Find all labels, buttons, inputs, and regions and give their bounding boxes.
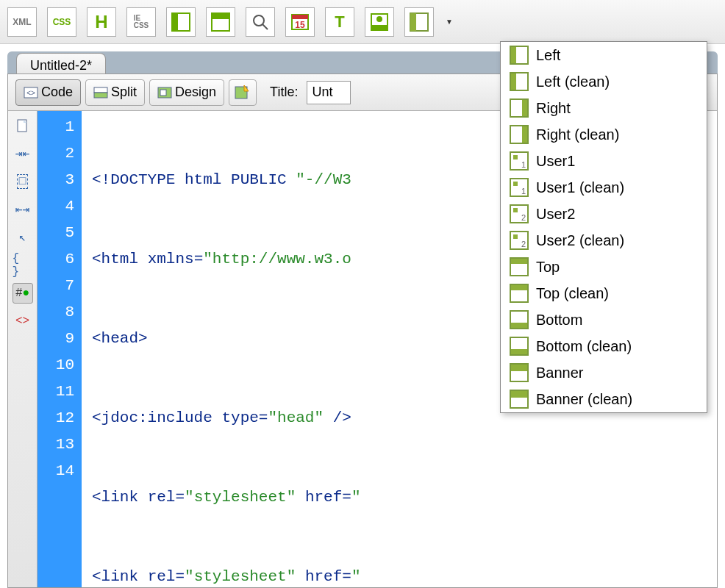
zoom-button[interactable] xyxy=(246,7,275,37)
braces-tool[interactable]: { } xyxy=(12,255,33,276)
left-position-icon xyxy=(510,46,529,65)
dropdown-item-label: User1 (clean) xyxy=(536,179,624,196)
user2-position-icon: 2 xyxy=(510,204,529,223)
top-position-icon xyxy=(510,284,529,303)
top-position-icon xyxy=(510,257,529,276)
svg-rect-3 xyxy=(212,13,229,19)
css-button[interactable]: CSS xyxy=(47,7,76,37)
new-doc-tool[interactable] xyxy=(12,115,33,136)
code-view-label: Code xyxy=(41,85,73,100)
text-button[interactable]: T xyxy=(325,7,354,37)
svg-rect-7 xyxy=(292,15,308,19)
svg-rect-1 xyxy=(172,13,178,31)
title-label: Title: xyxy=(270,85,298,100)
panel-button[interactable] xyxy=(206,7,235,37)
dropdown-item-label: User2 xyxy=(536,206,575,223)
image-button[interactable] xyxy=(365,7,394,37)
format-tool[interactable]: <> xyxy=(12,311,33,331)
expand-tool[interactable]: ⇤⇥ xyxy=(12,199,33,220)
split-view-button[interactable]: Split xyxy=(85,79,145,106)
calendar-button[interactable]: 15 xyxy=(285,7,315,37)
split-icon xyxy=(93,85,108,100)
design-view-button[interactable]: Design xyxy=(149,79,224,106)
user1-position-icon: 1 xyxy=(510,151,529,171)
dropdown-item-label: Bottom (clean) xyxy=(536,338,632,355)
dropdown-item-label: Bottom xyxy=(536,312,582,329)
bottom-position-icon xyxy=(510,337,529,356)
hash-tool[interactable]: #● xyxy=(12,283,33,304)
line-gutter: 1234567891011121314 xyxy=(38,111,82,587)
dropdown-item-banner-clean-[interactable]: Banner (clean) xyxy=(501,386,707,412)
svg-point-10 xyxy=(376,16,382,22)
split-view-label: Split xyxy=(111,85,137,100)
title-input[interactable] xyxy=(307,81,351,104)
dropdown-item-top-clean-[interactable]: Top (clean) xyxy=(501,280,707,306)
svg-rect-19 xyxy=(160,90,166,96)
dropdown-item-label: Right (clean) xyxy=(536,126,619,143)
dropdown-item-user1-clean-[interactable]: 1User1 (clean) xyxy=(501,174,707,201)
dropdown-item-label: Right xyxy=(536,100,571,117)
dropdown-item-label: Left xyxy=(536,47,560,64)
dropdown-item-banner[interactable]: Banner xyxy=(501,359,707,386)
dropdown-item-label: User2 (clean) xyxy=(536,232,624,249)
svg-rect-11 xyxy=(371,25,388,30)
code-view-button[interactable]: <> Code xyxy=(15,79,81,106)
svg-rect-16 xyxy=(94,87,107,93)
svg-line-5 xyxy=(262,24,268,29)
dropdown-item-left[interactable]: Left xyxy=(501,42,707,68)
banner-position-icon xyxy=(510,363,529,382)
xml-button[interactable]: XML xyxy=(7,7,37,37)
design-icon xyxy=(157,85,172,100)
ie-css-button[interactable]: IECSS xyxy=(126,7,156,37)
position-dropdown-button[interactable] xyxy=(404,7,434,37)
svg-point-4 xyxy=(254,15,264,26)
dropdown-item-right-clean-[interactable]: Right (clean) xyxy=(501,121,707,148)
svg-text:<>: <> xyxy=(26,89,35,97)
select-tool[interactable]: □ xyxy=(12,171,33,192)
main-toolbar: XML CSS H IECSS 15 T ▼ xyxy=(0,0,725,44)
live-view-button[interactable] xyxy=(229,79,257,106)
dropdown-item-label: Banner (clean) xyxy=(536,391,632,408)
dropdown-item-user1[interactable]: 1User1 xyxy=(501,148,707,174)
dropdown-arrow-icon[interactable]: ▼ xyxy=(446,18,453,26)
dropdown-item-label: Top xyxy=(536,259,560,276)
code-icon: <> xyxy=(24,85,38,100)
user2-position-icon: 2 xyxy=(510,231,529,250)
dropdown-item-top[interactable]: Top xyxy=(501,254,707,280)
code-side-toolbar: ⇥⇤ □ ⇤⇥ ↖ { } #● <> xyxy=(8,111,38,587)
position-dropdown-menu: LeftLeft (clean)RightRight (clean)1User1… xyxy=(500,41,707,413)
svg-rect-17 xyxy=(94,93,107,98)
collapse-tool[interactable]: ⇥⇤ xyxy=(12,143,33,164)
dropdown-item-user2-clean-[interactable]: 2User2 (clean) xyxy=(501,227,707,254)
dropdown-item-bottom-clean-[interactable]: Bottom (clean) xyxy=(501,333,707,359)
html-button[interactable]: H xyxy=(87,7,116,37)
dropdown-item-label: Top (clean) xyxy=(536,285,609,302)
dropdown-item-label: Left (clean) xyxy=(536,74,610,90)
right-position-icon xyxy=(510,98,529,118)
cursor-tool[interactable]: ↖ xyxy=(12,227,33,248)
dropdown-item-user2[interactable]: 2User2 xyxy=(501,201,707,227)
layout-button[interactable] xyxy=(166,7,196,37)
right-position-icon xyxy=(510,125,529,144)
dropdown-item-right[interactable]: Right xyxy=(501,95,707,121)
svg-rect-13 xyxy=(410,13,416,31)
dropdown-item-label: User1 xyxy=(536,153,575,170)
dropdown-item-left-clean-[interactable]: Left (clean) xyxy=(501,68,707,95)
svg-text:15: 15 xyxy=(295,20,305,30)
live-icon xyxy=(234,84,251,101)
design-view-label: Design xyxy=(175,85,216,100)
banner-position-icon xyxy=(510,390,529,409)
user1-position-icon: 1 xyxy=(510,178,529,197)
left-position-icon xyxy=(510,72,529,91)
dropdown-item-label: Banner xyxy=(536,365,584,381)
bottom-position-icon xyxy=(510,310,529,329)
dropdown-item-bottom[interactable]: Bottom xyxy=(501,306,707,333)
